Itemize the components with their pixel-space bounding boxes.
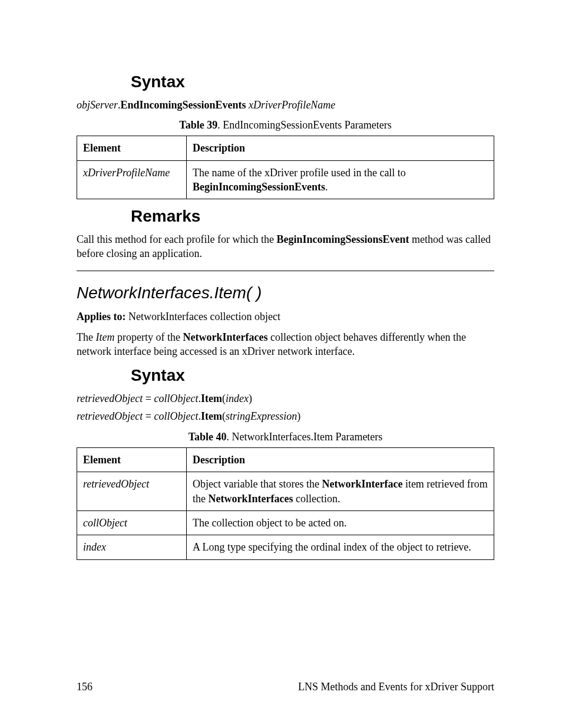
syntax-line-1: objServer.EndIncomingSessionEvents xDriv…: [77, 98, 494, 112]
s1-item: Item: [201, 393, 222, 404]
table-40-rest: . NetworkInterfaces.Item Parameters: [226, 431, 382, 443]
table-row: retrievedObject Object variable that sto…: [77, 472, 494, 511]
remarks-paragraph: Call this method for each profile for wh…: [77, 232, 494, 261]
cell-element: index: [77, 535, 187, 559]
page-number: 156: [77, 680, 92, 694]
th-element: Element: [77, 136, 187, 160]
s2-rp: ): [297, 410, 300, 422]
syntax-object: objServer: [77, 99, 118, 111]
table-40: Element Description retrievedObject Obje…: [77, 447, 494, 559]
syntax-line-2b: retrievedObject = collObject.Item(string…: [77, 409, 494, 423]
syntax-line-2a: retrievedObject = collObject.Item(index): [77, 391, 494, 406]
r1-b2: NetworkInterfaces: [209, 493, 293, 505]
desc-text-a: The name of the xDriver profile used in …: [193, 167, 406, 179]
th-element: Element: [77, 448, 187, 472]
cell-element: xDriverProfileName: [77, 160, 187, 199]
cell-description: Object variable that stores the NetworkI…: [187, 472, 494, 511]
r1-c: collection.: [293, 493, 340, 505]
intro-item: Item: [95, 331, 114, 343]
s2-eq: =: [143, 410, 154, 422]
table-row: collObject The collection object to be a…: [77, 510, 494, 535]
cell-element: retrievedObject: [77, 472, 187, 511]
syntax-method: EndIncomingSessionEvents: [120, 99, 246, 111]
footer-title: LNS Methods and Events for xDriver Suppo…: [298, 680, 494, 694]
table-row: xDriverProfileName The name of the xDriv…: [77, 160, 494, 199]
remarks-bold: BeginIncomingSessionsEvent: [276, 233, 409, 245]
table-39: Element Description xDriverProfileName T…: [77, 136, 494, 199]
th-description: Description: [187, 136, 494, 160]
s1-b: collObject: [154, 393, 198, 404]
cell-description: The name of the xDriver profile used in …: [187, 160, 494, 199]
table-row: index A Long type specifying the ordinal…: [77, 535, 494, 559]
applies-to-line: Applies to: NetworkInterfaces collection…: [77, 309, 494, 324]
intro-bold: NetworkInterfaces: [183, 331, 267, 343]
syntax-arg: xDriverProfileName: [249, 99, 335, 111]
heading-networkinterfaces-item: NetworkInterfaces.Item( ): [77, 282, 494, 304]
s1-rp: ): [249, 393, 252, 404]
s2-a: retrievedObject: [77, 410, 143, 422]
s2-item: Item: [201, 410, 222, 422]
desc-text-bold: BeginIncomingSessionEvents: [193, 181, 325, 193]
cell-description: A Long type specifying the ordinal index…: [187, 535, 494, 559]
s1-a: retrievedObject: [77, 393, 143, 404]
intro-b: property of the: [114, 331, 183, 343]
table-40-label: Table 40: [189, 431, 227, 443]
s2-arg: stringExpression: [226, 410, 297, 422]
intro-a: The: [77, 331, 95, 343]
cell-description: The collection object to be acted on.: [187, 510, 494, 535]
page-footer: 156 LNS Methods and Events for xDriver S…: [77, 680, 494, 694]
s1-arg: index: [226, 393, 249, 404]
intro-paragraph: The Item property of the NetworkInterfac…: [77, 330, 494, 359]
table-caption-40: Table 40. NetworkInterfaces.Item Paramet…: [77, 430, 494, 444]
remarks-a: Call this method for each profile for wh…: [77, 233, 276, 245]
r1-a: Object variable that stores the: [193, 478, 322, 490]
applies-to-value: NetworkInterfaces collection object: [126, 311, 280, 322]
applies-to-label: Applies to:: [77, 311, 126, 322]
heading-syntax-1: Syntax: [131, 71, 494, 93]
desc-text-b: .: [325, 181, 328, 193]
s2-b: collObject: [154, 410, 198, 422]
table-row: Element Description: [77, 136, 494, 160]
table-39-rest: . EndIncomingSessionEvents Parameters: [217, 119, 391, 131]
th-description: Description: [187, 448, 494, 472]
cell-element: collObject: [77, 510, 187, 535]
s1-eq: =: [143, 393, 154, 404]
table-row: Element Description: [77, 448, 494, 472]
table-39-label: Table 39: [179, 119, 217, 131]
heading-remarks: Remarks: [131, 205, 494, 228]
section-divider: [77, 271, 494, 271]
r1-b1: NetworkInterface: [322, 478, 402, 490]
heading-syntax-2: Syntax: [131, 364, 494, 387]
table-caption-39: Table 39. EndIncomingSessionEvents Param…: [77, 118, 494, 132]
